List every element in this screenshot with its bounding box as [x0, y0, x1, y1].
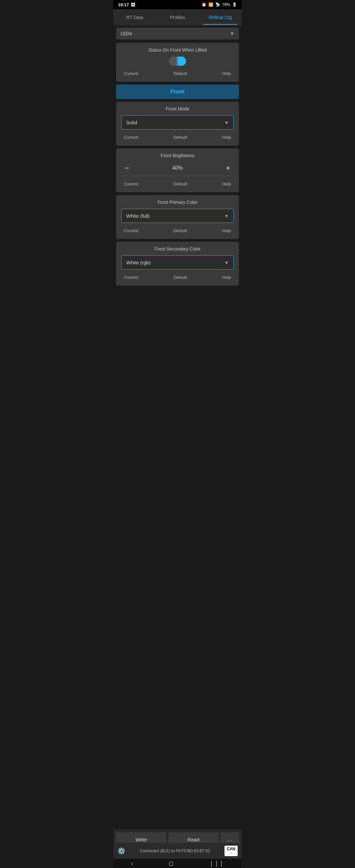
front-brightness-footer: Current Default Help	[121, 180, 234, 188]
time-display: 19:17	[118, 2, 129, 7]
front-primary-color-default[interactable]: Default	[171, 227, 190, 235]
tab-profiles[interactable]: Profiles	[156, 10, 199, 25]
status-right: ⏰ 📶 📡 78% 🔋	[201, 2, 237, 7]
front-mode-value: Solid	[126, 120, 137, 125]
front-mode-chevron-icon: ▼	[224, 120, 229, 125]
front-brightness-title: Front Brightness	[121, 153, 234, 158]
toggle-knob	[178, 57, 185, 65]
card-front-mode: Front Mode Solid ▼ Current Default Help	[116, 102, 239, 146]
status-bar: 19:17 🖼 ⏰ 📶 📡 78% 🔋	[114, 0, 241, 9]
front-brightness-default[interactable]: Default	[171, 180, 190, 188]
card-front-primary-color: Front Primary Color White (full) ▼ Curre…	[116, 195, 239, 239]
front-mode-title: Front Mode	[121, 106, 234, 112]
status-front-current[interactable]: Current	[121, 70, 141, 77]
front-primary-color-select[interactable]: White (full) ▼	[121, 209, 234, 223]
front-brightness-help[interactable]: Help	[220, 180, 234, 188]
front-secondary-color-help[interactable]: Help	[220, 274, 234, 281]
front-secondary-color-title: Front Secondary Color	[121, 246, 234, 251]
top-nav: RT Data Profiles Refloat Cfg	[114, 9, 241, 26]
wifi-icon: 📶	[208, 2, 213, 7]
tab-rt-data[interactable]: RT Data	[114, 10, 156, 25]
toggle-wrap	[121, 57, 234, 66]
brightness-value: 40%	[172, 165, 183, 171]
scroll-content: Status On Front When Lifted Current Defa…	[114, 41, 241, 315]
front-secondary-color-footer: Current Default Help	[121, 274, 234, 281]
brightness-slider-line	[121, 176, 234, 176]
front-mode-help[interactable]: Help	[220, 133, 234, 141]
alarm-icon: ⏰	[201, 2, 206, 7]
front-primary-color-value: White (full)	[126, 213, 150, 219]
front-mode-footer: Current Default Help	[121, 133, 234, 141]
photo-icon: 🖼	[131, 2, 135, 7]
front-secondary-color-default[interactable]: Default	[171, 274, 190, 281]
brightness-plus-button[interactable]: +	[223, 162, 234, 174]
front-secondary-color-value: White (rgb)	[126, 260, 151, 265]
brightness-minus-button[interactable]: −	[121, 162, 132, 174]
leds-dropdown[interactable]: LEDs ▼	[116, 28, 239, 39]
front-primary-color-help[interactable]: Help	[220, 227, 234, 235]
status-front-toggle[interactable]	[169, 57, 186, 66]
card-status-on-front: Status On Front When Lifted Current Defa…	[116, 43, 239, 82]
front-secondary-color-select[interactable]: White (rgb) ▼	[121, 255, 234, 270]
front-section-band: Front	[116, 85, 239, 99]
front-brightness-current[interactable]: Current	[121, 180, 141, 188]
leds-chevron-icon: ▼	[230, 31, 234, 36]
front-secondary-color-current[interactable]: Current	[121, 274, 141, 281]
status-on-front-title: Status On Front When Lifted	[121, 48, 234, 53]
front-mode-select[interactable]: Solid ▼	[121, 115, 234, 129]
brightness-row: − 40% +	[121, 162, 234, 174]
status-front-default[interactable]: Default	[171, 70, 190, 77]
front-secondary-color-chevron-icon: ▼	[224, 260, 229, 265]
card-front-secondary-color: Front Secondary Color White (rgb) ▼ Curr…	[116, 242, 239, 286]
leds-label: LEDs	[121, 31, 132, 36]
front-mode-default[interactable]: Default	[171, 133, 190, 141]
tab-refloat-cfg[interactable]: Refloat Cfg	[199, 10, 241, 25]
front-primary-color-current[interactable]: Current	[121, 227, 141, 235]
status-front-help[interactable]: Help	[220, 70, 234, 77]
card-front-brightness: Front Brightness − 40% + Current Default…	[116, 148, 239, 192]
front-primary-color-chevron-icon: ▼	[224, 213, 229, 219]
status-left: 19:17 🖼	[118, 2, 135, 7]
front-primary-color-footer: Current Default Help	[121, 227, 234, 235]
status-front-footer: Current Default Help	[121, 70, 234, 77]
battery-display: 78%	[222, 2, 230, 7]
front-mode-current[interactable]: Current	[121, 133, 141, 141]
signal-icon: 📡	[215, 2, 220, 7]
battery-icon: 🔋	[232, 2, 237, 7]
front-primary-color-title: Front Primary Color	[121, 199, 234, 205]
